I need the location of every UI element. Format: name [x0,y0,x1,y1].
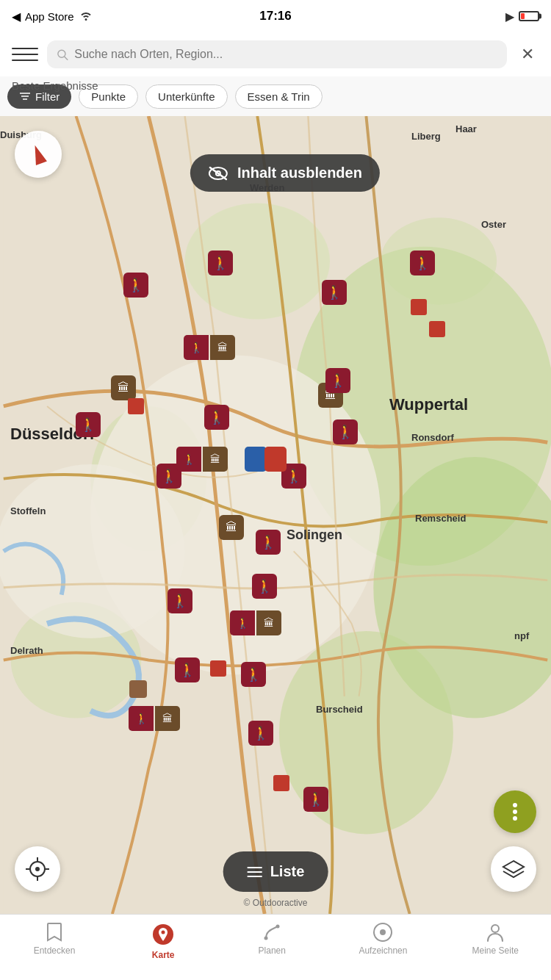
svg-point-31 [276,925,280,929]
hide-content-button[interactable]: Inhalt ausblenden [190,154,380,192]
search-bar: ✕ [0,32,551,76]
map-svg [0,116,551,914]
combined-marker-2[interactable]: 🚶 🏛 [176,447,228,472]
wifi-icon [79,10,93,23]
nav-meine-seite[interactable]: Meine Seite [472,922,519,956]
marker-walk-17[interactable]: 🚶 [303,787,328,812]
list-button[interactable]: Liste [223,851,328,892]
list-label: Liste [270,863,305,880]
layers-icon [502,860,525,879]
marker-walk-5[interactable]: 🚶 [76,412,101,437]
search-icon [56,48,68,61]
search-input-container[interactable] [47,40,507,68]
svg-point-12 [381,217,497,304]
filter-icon [19,92,31,101]
locate-button[interactable] [15,846,60,892]
marker-walk-2[interactable]: 🚶 [208,251,233,275]
marker-walk-11[interactable]: 🚶 [256,530,281,555]
more-icon [513,803,517,821]
svg-point-29 [162,931,165,934]
map-container[interactable]: Düsseldorf Wuppertal Solingen Ronsdorf R… [0,116,551,914]
nav-entdecken-label: Entdecken [34,945,76,956]
locate-icon [26,857,49,881]
nav-aufzeichnen-label: Aufzeichnen [359,945,407,956]
svg-point-30 [264,937,268,940]
marker-walk-7[interactable]: 🚶 [325,368,350,393]
svg-point-33 [380,929,386,935]
marker-walk-6[interactable]: 🚶 [204,405,229,430]
more-options-button[interactable] [494,790,536,833]
nav-karte[interactable]: Karte [141,922,185,960]
marker-red-sm-5[interactable] [273,775,289,791]
marker-museum-3[interactable]: 🏛 [219,515,244,540]
nav-entdecken[interactable]: Entdecken [32,922,76,956]
back-arrow: ◀ [12,10,21,24]
marker-red-sm-3[interactable] [429,321,445,337]
compass-needle [29,143,47,165]
location-arrow-icon: ▶ [505,10,514,24]
svg-point-34 [491,925,499,932]
search-input[interactable] [74,48,498,61]
clock: 17:16 [259,9,291,24]
marker-walk-13[interactable]: 🚶 [168,588,192,613]
svg-marker-27 [503,861,524,873]
karte-icon-active [151,922,176,947]
hide-icon [208,165,228,181]
marker-brown-sm-1[interactable] [129,680,147,698]
bottom-nav: Entdecken Karte Planen Aufzeichnen [0,914,551,980]
compass[interactable] [15,131,62,178]
marker-walk-15[interactable]: 🚶 [241,662,266,687]
layers-button[interactable] [491,846,536,892]
combined-marker-3[interactable]: 🚶 🏛 [230,610,281,635]
record-icon [372,922,393,943]
svg-line-1 [65,57,68,60]
hide-content-label: Inhalt ausblenden [237,165,362,181]
nav-planen-label: Planen [259,945,286,956]
carrier-label: App Store [25,10,74,23]
marker-walk-4[interactable]: 🚶 [410,251,435,275]
unterkuenfte-button[interactable]: Unterkünfte [145,84,228,109]
nav-karte-label: Karte [152,950,175,960]
svg-point-19 [35,867,40,871]
combined-marker-4[interactable]: 🚶 🏛 [129,706,180,731]
list-icon [247,865,263,879]
essen-button[interactable]: Essen & Trin [235,84,323,109]
route-icon [262,922,281,943]
marker-walk-8[interactable]: 🚶 [333,419,358,444]
status-bar: ◀ App Store 17:16 ▶ [0,0,551,32]
marker-blue-1[interactable] [245,447,267,472]
close-button[interactable]: ✕ [516,43,539,66]
marker-museum-1[interactable]: 🏛 [111,375,136,400]
marker-red-sm-4[interactable] [210,660,226,677]
bookmark-icon [45,922,64,943]
battery-icon [519,11,539,21]
marker-walk-1[interactable]: 🚶 [123,273,148,298]
combined-marker-1[interactable]: 🚶 🏛 [184,335,235,360]
marker-walk-16[interactable]: 🚶 [248,721,273,746]
marker-walk-3[interactable]: 🚶 [322,280,347,305]
marker-walk-12[interactable]: 🚶 [252,574,277,599]
marker-red-extra-1[interactable] [264,447,287,472]
copyright-label: © Outdooractive [244,898,308,908]
marker-red-sm-2[interactable] [411,299,427,315]
person-icon [485,922,505,943]
results-label: Beste Ergebnisse [12,76,98,92]
svg-point-11 [185,203,330,319]
nav-aufzeichnen[interactable]: Aufzeichnen [359,922,407,956]
nav-planen[interactable]: Planen [250,922,294,956]
nav-meine-seite-label: Meine Seite [472,945,519,956]
marker-walk-14[interactable]: 🚶 [175,657,200,682]
marker-red-sm-1[interactable] [128,398,144,414]
menu-button[interactable] [12,41,38,68]
